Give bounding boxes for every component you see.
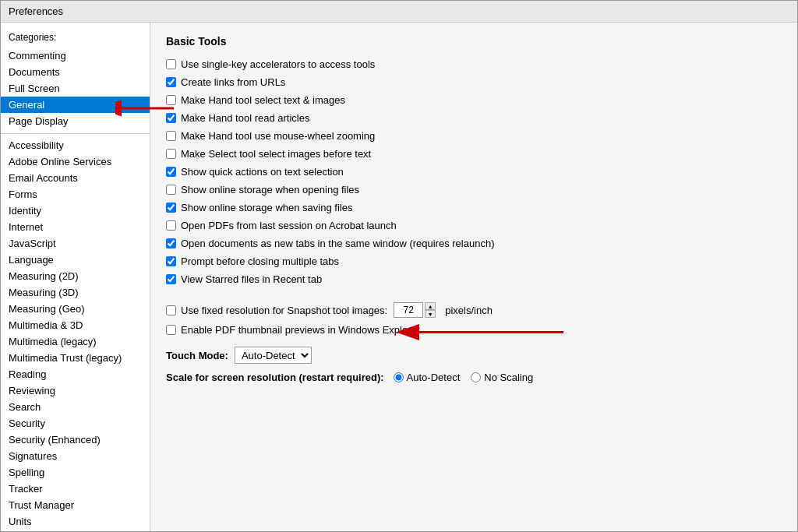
option-row-hand-mouse-wheel: Make Hand tool use mouse-wheel zooming: [166, 130, 782, 142]
option-label-view-starred[interactable]: View Starred files in Recent tab: [166, 273, 322, 285]
sidebar-item-measuring-geo[interactable]: Measuring (Geo): [1, 301, 150, 317]
checkbox-label-hand-read-articles: Make Hand tool read articles: [181, 112, 309, 124]
option-label-prompt-closing[interactable]: Prompt before closing multiple tabs: [166, 255, 339, 267]
sidebar-item-measuring-2d[interactable]: Measuring (2D): [1, 268, 150, 284]
option-row-select-images-before-text: Make Select tool select images before te…: [166, 148, 782, 160]
sidebar-item-security-enhanced[interactable]: Security (Enhanced): [1, 432, 150, 448]
option-row-online-storage-open: Show online storage when opening files: [166, 184, 782, 196]
sidebar-item-trust-manager[interactable]: Trust Manager: [1, 497, 150, 513]
sidebar-item-general[interactable]: General: [1, 97, 150, 113]
checkbox-label-single-key: Use single-key accelerators to access to…: [181, 58, 375, 70]
option-row-open-pdfs-last-session: Open PDFs from last session on Acrobat l…: [166, 220, 782, 231]
option-label-hand-read-articles[interactable]: Make Hand tool read articles: [166, 112, 309, 124]
checkbox-online-storage-save[interactable]: [166, 203, 176, 213]
touch-mode-row: Touch Mode: Auto-DetectTouchMouse: [166, 347, 782, 364]
checkbox-quick-actions[interactable]: [166, 167, 176, 177]
option-row-view-starred: View Starred files in Recent tab: [166, 273, 782, 285]
option-label-hand-mouse-wheel[interactable]: Make Hand tool use mouse-wheel zooming: [166, 130, 375, 142]
checkbox-label-online-storage-save: Show online storage when saving files: [181, 202, 352, 213]
option-label-single-key[interactable]: Use single-key accelerators to access to…: [166, 58, 375, 70]
option-label-open-new-tabs[interactable]: Open documents as new tabs in the same w…: [166, 238, 495, 249]
window-title: Preferences: [9, 5, 63, 17]
option-label-hand-select-text[interactable]: Make Hand tool select text & images: [166, 94, 345, 106]
option-row-online-storage-save: Show online storage when saving files: [166, 202, 782, 213]
sidebar-item-javascript[interactable]: JavaScript: [1, 235, 150, 252]
option-label-online-storage-save[interactable]: Show online storage when saving files: [166, 202, 352, 213]
sidebar-item-reviewing[interactable]: Reviewing: [1, 382, 150, 399]
sidebar-item-full-screen[interactable]: Full Screen: [1, 80, 150, 97]
sidebar-item-multimedia-trust[interactable]: Multimedia Trust (legacy): [1, 350, 150, 366]
option-row-single-key: Use single-key accelerators to access to…: [166, 58, 782, 70]
sidebar-item-page-display[interactable]: Page Display: [1, 113, 150, 129]
sidebar-item-measuring-3d[interactable]: Measuring (3D): [1, 284, 150, 301]
checkbox-select-images-before-text[interactable]: [166, 149, 176, 159]
option-label-quick-actions[interactable]: Show quick actions on text selection: [166, 166, 344, 178]
sidebar-item-spelling[interactable]: Spelling: [1, 464, 150, 481]
scale-radio-auto-detect[interactable]: Auto-Detect: [394, 372, 461, 383]
sidebar-item-commenting[interactable]: Commenting: [1, 48, 150, 64]
sidebar-item-language[interactable]: Language: [1, 252, 150, 268]
sidebar-divider: [1, 129, 150, 134]
sidebar-item-multimedia-legacy[interactable]: Multimedia (legacy): [1, 333, 150, 350]
pdf-thumbnail-checkbox[interactable]: [166, 325, 176, 335]
sidebar-item-documents[interactable]: Documents: [1, 64, 150, 80]
scale-radio-input-auto-detect[interactable]: [394, 372, 404, 382]
scale-radio-input-no-scaling[interactable]: [471, 372, 481, 382]
touch-mode-select[interactable]: Auto-DetectTouchMouse: [235, 347, 312, 364]
checkbox-label-select-images-before-text: Make Select tool select images before te…: [181, 148, 371, 160]
sidebar-item-search[interactable]: Search: [1, 399, 150, 415]
option-row-hand-select-text: Make Hand tool select text & images: [166, 94, 782, 106]
sidebar-item-security[interactable]: Security: [1, 415, 150, 432]
pdf-thumbnail-label[interactable]: Enable PDF thumbnail previews in Windows…: [166, 324, 420, 336]
checkbox-prompt-closing[interactable]: [166, 256, 176, 266]
scale-label: Scale for screen resolution (restart req…: [166, 372, 384, 383]
checkbox-label-view-starred: View Starred files in Recent tab: [181, 273, 322, 285]
sidebar-item-email-accounts[interactable]: Email Accounts: [1, 170, 150, 186]
spin-up-button[interactable]: ▲: [425, 302, 436, 310]
checkbox-label-open-pdfs-last-session: Open PDFs from last session on Acrobat l…: [181, 220, 397, 231]
sidebar-item-units[interactable]: Units: [1, 513, 150, 530]
sidebar-item-accessibility[interactable]: Accessibility: [1, 137, 150, 153]
snapshot-label[interactable]: Use fixed resolution for Snapshot tool i…: [166, 305, 387, 316]
sidebar-item-identity[interactable]: Identity: [1, 203, 150, 219]
option-label-open-pdfs-last-session[interactable]: Open PDFs from last session on Acrobat l…: [166, 220, 397, 231]
spin-down-button[interactable]: ▼: [425, 310, 436, 318]
main-panel: Basic Tools Use single-key accelerators …: [150, 23, 797, 531]
sidebar-item-internet[interactable]: Internet: [1, 219, 150, 235]
option-row-create-links: Create links from URLs: [166, 76, 782, 88]
title-bar: Preferences: [1, 1, 797, 23]
checkbox-create-links[interactable]: [166, 77, 176, 87]
checkboxes-container: Use single-key accelerators to access to…: [166, 58, 782, 285]
scale-row: Scale for screen resolution (restart req…: [166, 372, 782, 383]
checkbox-hand-read-articles[interactable]: [166, 113, 176, 123]
pdf-thumbnail-row: Enable PDF thumbnail previews in Windows…: [166, 324, 420, 336]
option-label-create-links[interactable]: Create links from URLs: [166, 76, 285, 88]
checkbox-hand-select-text[interactable]: [166, 95, 176, 105]
sidebar-item-adobe-online[interactable]: Adobe Online Services: [1, 153, 150, 170]
scale-radio-label-auto-detect: Auto-Detect: [407, 372, 461, 383]
option-row-prompt-closing: Prompt before closing multiple tabs: [166, 255, 782, 267]
checkbox-open-new-tabs[interactable]: [166, 238, 176, 248]
section-title: Basic Tools: [166, 35, 782, 48]
categories-label: Categories:: [1, 29, 150, 48]
sidebar-item-signatures[interactable]: Signatures: [1, 448, 150, 464]
option-label-online-storage-open[interactable]: Show online storage when opening files: [166, 184, 359, 196]
option-row-quick-actions: Show quick actions on text selection: [166, 166, 782, 178]
sidebar-item-multimedia-3d[interactable]: Multimedia & 3D: [1, 317, 150, 333]
sidebar-item-tracker[interactable]: Tracker: [1, 481, 150, 497]
snapshot-value-input[interactable]: [394, 302, 423, 318]
checkbox-single-key[interactable]: [166, 59, 176, 69]
checkbox-hand-mouse-wheel[interactable]: [166, 131, 176, 141]
sidebar-item-reading[interactable]: Reading: [1, 366, 150, 382]
option-row-open-new-tabs: Open documents as new tabs in the same w…: [166, 238, 782, 249]
checkbox-view-starred[interactable]: [166, 274, 176, 284]
checkbox-online-storage-open[interactable]: [166, 185, 176, 195]
checkbox-label-hand-mouse-wheel: Make Hand tool use mouse-wheel zooming: [181, 130, 375, 142]
checkbox-label-online-storage-open: Show online storage when opening files: [181, 184, 359, 196]
option-label-select-images-before-text[interactable]: Make Select tool select images before te…: [166, 148, 371, 160]
checkbox-open-pdfs-last-session[interactable]: [166, 220, 176, 231]
sidebar-item-forms[interactable]: Forms: [1, 186, 150, 203]
scale-radio-no-scaling[interactable]: No Scaling: [471, 372, 533, 383]
pixels-label: pixels/inch: [445, 305, 493, 316]
snapshot-checkbox[interactable]: [166, 305, 176, 315]
